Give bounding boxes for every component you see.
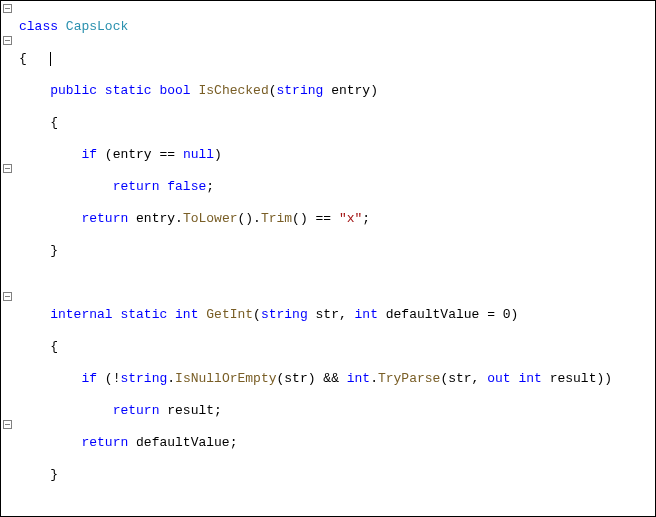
type: int bbox=[518, 371, 541, 386]
fold-gutter bbox=[1, 1, 17, 516]
arg: str bbox=[448, 371, 471, 386]
op: == bbox=[159, 147, 175, 162]
keyword-if: if bbox=[81, 147, 97, 162]
keyword-return: return bbox=[81, 435, 128, 450]
modifiers: internal static bbox=[50, 307, 167, 322]
return-type: bool bbox=[159, 83, 190, 98]
param-name: entry bbox=[331, 83, 370, 98]
return-type: int bbox=[175, 307, 198, 322]
keyword-out: out bbox=[487, 371, 510, 386]
keyword-return: return bbox=[113, 403, 160, 418]
method-call: ToLower bbox=[183, 211, 238, 226]
fold-toggle-icon[interactable] bbox=[3, 4, 12, 13]
fold-toggle-icon[interactable] bbox=[3, 292, 12, 301]
fold-toggle-icon[interactable] bbox=[3, 164, 12, 173]
keyword-if: if bbox=[81, 371, 97, 386]
ident: defaultValue bbox=[136, 435, 230, 450]
modifiers: public static bbox=[50, 83, 151, 98]
method-name: GetInt bbox=[206, 307, 253, 322]
keyword-null: null bbox=[183, 147, 214, 162]
method-call: TryParse bbox=[378, 371, 440, 386]
class-name: CapsLock bbox=[66, 19, 128, 34]
keyword-false: false bbox=[167, 179, 206, 194]
keyword-return: return bbox=[113, 179, 160, 194]
type: string bbox=[120, 371, 167, 386]
default-value: 0 bbox=[503, 307, 511, 322]
code-editor[interactable]: class CapsLock { public static bool IsCh… bbox=[0, 0, 656, 517]
type: int bbox=[347, 371, 370, 386]
ident: entry bbox=[136, 211, 175, 226]
param-type: string bbox=[261, 307, 308, 322]
param-type: string bbox=[277, 83, 324, 98]
op: && bbox=[323, 371, 339, 386]
keyword-return: return bbox=[81, 211, 128, 226]
ident: entry bbox=[113, 147, 152, 162]
fold-toggle-icon[interactable] bbox=[3, 420, 12, 429]
op: == bbox=[316, 211, 332, 226]
keyword-class: class bbox=[19, 19, 58, 34]
param-name: defaultValue bbox=[386, 307, 480, 322]
fold-toggle-icon[interactable] bbox=[3, 36, 12, 45]
ident: result bbox=[550, 371, 597, 386]
param-name: str bbox=[316, 307, 339, 322]
text-cursor bbox=[50, 52, 51, 66]
method-call: IsNullOrEmpty bbox=[175, 371, 276, 386]
code-content[interactable]: class CapsLock { public static bool IsCh… bbox=[17, 1, 656, 516]
param-type: int bbox=[355, 307, 378, 322]
arg: str bbox=[284, 371, 307, 386]
ident: result bbox=[167, 403, 214, 418]
string-literal: "x" bbox=[339, 211, 362, 226]
method-call: Trim bbox=[261, 211, 292, 226]
method-name: IsChecked bbox=[198, 83, 268, 98]
